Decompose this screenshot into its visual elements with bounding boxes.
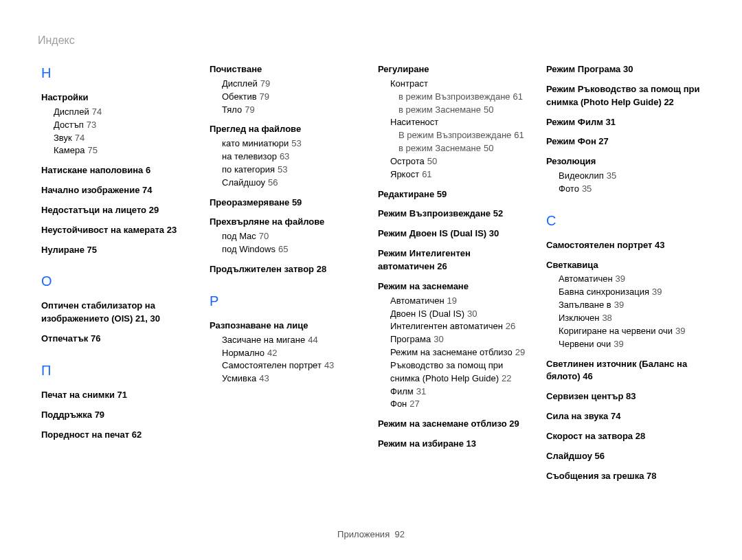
index-heading[interactable]: Начално изображение 74 [41, 184, 196, 197]
heading-label: Светлинен източник (Баланс на бялото) [546, 359, 687, 382]
index-heading[interactable]: Слайдшоу 56 [546, 450, 701, 463]
sub-label: В режим Възпроизвеждане [398, 130, 511, 140]
index-sub[interactable]: Бавна синхронизация39 [559, 286, 701, 299]
index-sub[interactable]: Автоматичен19 [390, 295, 532, 308]
index-heading[interactable]: Режим Двоен IS (Dual IS) 30 [378, 227, 532, 240]
index-sub[interactable]: Фото35 [559, 183, 701, 196]
index-sub[interactable]: Яркост61 [390, 168, 532, 181]
index-heading[interactable]: Светлинен източник (Баланс на бялото) 46 [546, 358, 701, 384]
index-sub[interactable]: Дисплей79 [222, 78, 364, 91]
heading-label: Режим Филм [546, 117, 603, 127]
page-ref: 61 [422, 169, 431, 179]
index-sub[interactable]: Самостоятелен портрет43 [222, 359, 364, 372]
page-ref: 39 [614, 300, 624, 310]
letter-heading: С [546, 211, 701, 231]
index-sub[interactable]: Достъп73 [54, 119, 196, 132]
column-4: Режим Програма 30 Режим Ръководство за п… [543, 51, 704, 522]
sub-label: Интелигентен автоматичен [390, 321, 503, 331]
index-sub[interactable]: Режим на заснемане отблизо29 [390, 346, 532, 359]
index-heading[interactable]: Поредност на печат 62 [41, 429, 196, 442]
letter-heading: Р [210, 291, 364, 311]
index-heading[interactable]: Неустойчивост на камерата 23 [41, 224, 196, 237]
index-sub2[interactable]: в режим Заснемане50 [398, 142, 532, 155]
index-heading: Преглед на файлове [210, 123, 364, 136]
index-sub[interactable]: Камера75 [54, 144, 196, 157]
index-heading[interactable]: Поддръжка 79 [41, 409, 196, 422]
index-heading[interactable]: Режим Ръководство за помощ при снимка (P… [546, 83, 701, 109]
heading-label: Режим Двоен IS (Dual IS) [378, 228, 486, 238]
index-heading[interactable]: Редактиране 59 [378, 188, 532, 201]
index-sub2[interactable]: в режим Възпроизвеждане61 [398, 91, 532, 104]
sub-label: Филм [390, 386, 414, 396]
index-sub[interactable]: Автоматичен39 [559, 273, 701, 286]
column-1: Н Настройки Дисплей74 Достъп73 Звук74 Ка… [38, 51, 199, 522]
index-heading[interactable]: Недостатъци на лицето 29 [41, 204, 196, 217]
index-heading[interactable]: Режим на избиране 13 [378, 438, 532, 451]
index-sub[interactable]: по категория53 [222, 164, 364, 177]
index-sub[interactable]: на телевизор63 [222, 150, 364, 164]
index-sub[interactable]: Интелигентен автоматичен26 [390, 320, 532, 333]
sub-label: Острота [390, 156, 425, 166]
index-sub[interactable]: Видеоклип35 [559, 170, 701, 183]
index-sub[interactable]: Коригиране на червени очи39 [559, 325, 701, 338]
index-heading[interactable]: Оптичен стабилизатор на изображението (O… [41, 300, 196, 326]
index-sub[interactable]: под Mac70 [222, 230, 364, 243]
index-sub2[interactable]: В режим Възпроизвеждане61 [398, 129, 532, 142]
index-heading[interactable]: Печат на снимки 71 [41, 389, 196, 402]
index-sub[interactable]: Засичане на мигане44 [222, 334, 364, 347]
index-heading[interactable]: Режим на заснемане отблизо 29 [378, 418, 532, 431]
index-heading[interactable]: Скорост на затвора 28 [546, 430, 701, 443]
sub-label: Запълване в [559, 300, 611, 310]
index-sub[interactable]: като миниатюри53 [222, 137, 364, 150]
index-heading[interactable]: Сервизен център 83 [546, 390, 701, 403]
index-heading[interactable]: Нулиране 75 [41, 244, 196, 257]
page-ref: 78 [647, 471, 656, 481]
page-ref: 22 [502, 373, 511, 383]
index-sub[interactable]: Ръководство за помощ при снимка (Photo H… [390, 359, 532, 385]
index-heading[interactable]: Преоразмеряване 59 [210, 197, 364, 210]
index-heading[interactable]: Отпечатък 76 [41, 333, 196, 346]
index-heading[interactable]: Натискане наполовина 6 [41, 164, 196, 177]
index-sub[interactable]: Усмивка43 [222, 372, 364, 385]
index-heading[interactable]: Съобщения за грешка 78 [546, 470, 701, 483]
index-heading[interactable]: Режим Фон 27 [546, 135, 701, 148]
index-sub[interactable]: Острота50 [390, 155, 532, 168]
index-heading[interactable]: Режим Възпроизвеждане 52 [378, 208, 532, 221]
index-sub[interactable]: Дисплей74 [54, 106, 196, 119]
index-sub[interactable]: Нормално42 [222, 347, 364, 360]
sub-label: под Mac [222, 231, 256, 241]
page-ref: 21, 30 [135, 313, 160, 324]
index-heading[interactable]: Продължителен затвор 28 [210, 263, 364, 276]
page-footer: Приложения 92 [38, 522, 704, 539]
page-ref: 43 [259, 373, 269, 383]
page-ref: 29 [515, 347, 525, 357]
sub-label: Дисплей [54, 107, 89, 117]
index-sub[interactable]: Програма30 [390, 333, 532, 346]
index-sub[interactable]: Червени очи39 [559, 338, 701, 351]
index-sub[interactable]: под Windows65 [222, 243, 364, 256]
heading-label: Начално изображение [41, 185, 139, 195]
index-heading: Светкавица [546, 259, 701, 272]
page-ref: 23 [167, 225, 177, 235]
heading-label: Режим Фон [546, 136, 596, 146]
page-ref: 43 [655, 240, 664, 250]
index-heading[interactable]: Режим Филм 31 [546, 116, 701, 129]
index-sub[interactable]: Фон27 [390, 398, 532, 411]
index-sub[interactable]: Тяло79 [222, 104, 364, 117]
index-sub[interactable]: Слайдшоу56 [222, 177, 364, 190]
page-ref: 6 [146, 165, 150, 175]
index-sub[interactable]: Запълване в39 [559, 299, 701, 312]
index-heading[interactable]: Самостоятелен портрет 43 [546, 239, 701, 252]
index-sub[interactable]: Изключен38 [559, 312, 701, 325]
index-heading[interactable]: Режим Интелигентен автоматичен 26 [378, 247, 532, 273]
column-2: Почистване Дисплей79 Обектив79 Тяло79 Пр… [206, 51, 368, 522]
index-sub2[interactable]: в режим Заснемане50 [398, 104, 532, 117]
index-heading[interactable]: Сила на звука 74 [546, 410, 701, 423]
index-sub[interactable]: Двоен IS (Dual IS)30 [390, 308, 532, 321]
page-ref: 61 [513, 91, 523, 102]
index-sub[interactable]: Звук74 [54, 132, 196, 145]
index-heading[interactable]: Режим Програма 30 [546, 63, 701, 76]
index-sub[interactable]: Филм31 [390, 385, 532, 399]
sub-label: Коригиране на червени очи [559, 326, 673, 336]
index-sub[interactable]: Обектив79 [222, 91, 364, 104]
